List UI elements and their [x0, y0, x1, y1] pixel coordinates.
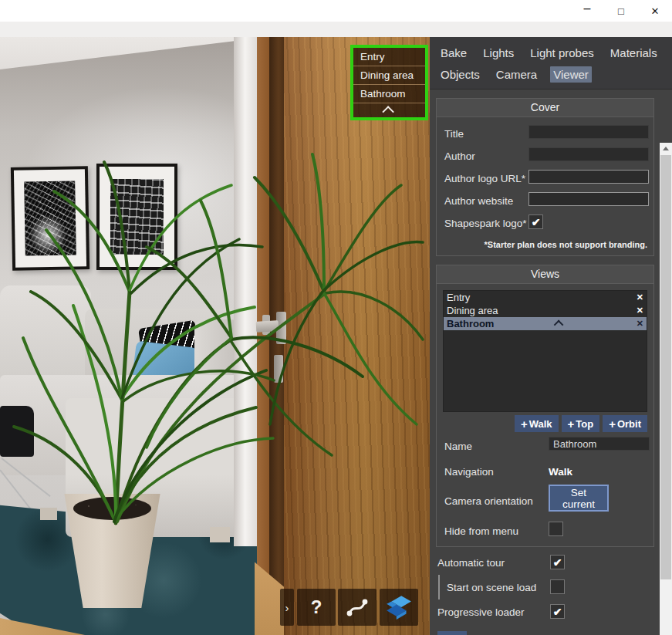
- cover-section-header: Cover: [437, 99, 653, 117]
- help-icon: ?: [311, 596, 322, 618]
- panel-scrollbar[interactable]: [660, 143, 672, 635]
- check-icon: ✔: [532, 216, 541, 228]
- title-label: Title: [444, 128, 464, 140]
- scene-views-menu: Entry Dining area Bathroom: [350, 45, 428, 120]
- tab-lights[interactable]: Lights: [480, 45, 517, 61]
- check-icon: ✔: [553, 606, 562, 618]
- toolbar-help-button[interactable]: ?: [297, 589, 336, 626]
- view-row-bathroom[interactable]: Bathroom ✕: [444, 317, 647, 330]
- scene-menu-item-bathroom[interactable]: Bathroom: [353, 85, 425, 103]
- plus-icon: +: [609, 417, 616, 431]
- menu-strip: [0, 22, 672, 38]
- add-top-label: Top: [576, 418, 593, 430]
- cover-section: Cover Title Author Author logo URL* Auth…: [436, 98, 654, 256]
- name-label: Name: [444, 441, 472, 452]
- shapespark-logo-checkbox[interactable]: ✔: [528, 214, 543, 229]
- scroll-up-arrow[interactable]: [660, 143, 672, 154]
- author-input[interactable]: [528, 147, 649, 161]
- progressive-loader-checkbox[interactable]: ✔: [550, 604, 565, 619]
- add-walk-view-button[interactable]: +Walk: [515, 415, 559, 432]
- tab-bake[interactable]: Bake: [437, 45, 470, 61]
- close-button[interactable]: ✕: [638, 0, 672, 22]
- panel-content: Cover Title Author Author logo URL* Auth…: [430, 90, 660, 635]
- toolbar-logo-button[interactable]: [380, 589, 418, 626]
- hide-from-menu-checkbox[interactable]: [549, 522, 563, 536]
- view-row-dining-area[interactable]: Dining area ✕: [444, 304, 647, 317]
- tab-materials[interactable]: Materials: [607, 45, 660, 61]
- tab-objects[interactable]: Objects: [437, 66, 483, 83]
- add-orbit-view-button[interactable]: +Orbit: [603, 415, 647, 432]
- shapespark-logo: [385, 593, 413, 621]
- remove-view-icon[interactable]: ✕: [637, 306, 643, 316]
- automatic-tour-row: Automatic tour ✔: [437, 555, 654, 572]
- toolbar-collapse-button[interactable]: ›: [280, 589, 294, 626]
- author-label: Author: [444, 150, 475, 162]
- start-on-scene-load-label: Start on scene load: [447, 582, 536, 593]
- author-website-input[interactable]: [528, 192, 649, 206]
- title-input[interactable]: [528, 125, 649, 139]
- automatic-tour-label: Automatic tour: [437, 557, 505, 569]
- start-on-scene-load-checkbox[interactable]: [550, 579, 565, 594]
- plus-icon: +: [521, 417, 528, 431]
- view-name-input[interactable]: [549, 437, 650, 451]
- view-row-label: Bathroom: [447, 318, 494, 329]
- progressive-loader-label: Progressive loader: [437, 606, 525, 618]
- check-icon: ✔: [553, 556, 562, 569]
- automatic-tour-checkbox[interactable]: ✔: [550, 555, 565, 569]
- camera-orientation-label: Camera orientation: [444, 495, 533, 507]
- author-logo-url-input[interactable]: [528, 170, 649, 184]
- chevron-up-icon: [382, 106, 394, 118]
- chevron-right-icon: ›: [285, 601, 289, 614]
- scene-menu-collapse[interactable]: [353, 103, 425, 117]
- views-section-header: Views: [437, 265, 653, 284]
- add-top-view-button[interactable]: +Top: [562, 415, 600, 432]
- remove-view-icon[interactable]: ✕: [637, 292, 643, 302]
- maximize-button[interactable]: □: [604, 0, 638, 22]
- scene-menu-item-entry[interactable]: Entry: [353, 48, 425, 66]
- tab-camera[interactable]: Camera: [493, 66, 540, 83]
- tab-bar: Bake Lights Light probes Materials Sky O…: [430, 37, 672, 90]
- scene-plant: [0, 37, 430, 635]
- hide-from-menu-label: Hide from menu: [444, 525, 518, 537]
- toolbar-tour-button[interactable]: [338, 589, 377, 626]
- author-website-label: Author website: [444, 195, 513, 207]
- remove-view-icon[interactable]: ✕: [637, 319, 643, 329]
- tab-viewer[interactable]: Viewer: [550, 66, 592, 83]
- title-bar: – □ ✕: [0, 0, 672, 22]
- scene-viewport[interactable]: Entry Dining area Bathroom › ?: [0, 37, 430, 635]
- editor-panel: Bake Lights Light probes Materials Sky O…: [430, 37, 672, 635]
- tour-path-icon: [345, 595, 370, 620]
- save-button[interactable]: Save: [437, 631, 467, 635]
- add-orbit-label: Orbit: [617, 418, 641, 430]
- author-logo-url-label: Author logo URL*: [444, 173, 525, 184]
- start-on-scene-load-row: Start on scene load: [437, 579, 654, 596]
- tab-light-probes[interactable]: Light probes: [527, 45, 597, 61]
- progressive-loader-row: Progressive loader ✔: [437, 604, 654, 621]
- views-section: Views Entry ✕ Dining area ✕ Bathroom ✕: [436, 265, 654, 547]
- branding-footnote: *Starter plan does not support branding.: [443, 240, 647, 249]
- view-row-label: Entry: [447, 292, 470, 303]
- navigation-label: Navigation: [444, 466, 494, 478]
- views-list: Entry ✕ Dining area ✕ Bathroom ✕: [443, 290, 647, 412]
- plus-icon: +: [568, 417, 575, 431]
- shapespark-logo-label: Shapespark logo*: [444, 218, 527, 229]
- navigation-value: Walk: [549, 466, 650, 478]
- scene-menu-item-dining-area[interactable]: Dining area: [353, 66, 425, 85]
- move-up-icon[interactable]: [554, 320, 564, 330]
- view-row-label: Dining area: [447, 305, 498, 316]
- add-walk-label: Walk: [529, 418, 552, 430]
- minimize-button[interactable]: –: [570, 0, 604, 22]
- scrollbar-thumb[interactable]: [660, 155, 671, 579]
- view-row-entry[interactable]: Entry ✕: [444, 291, 647, 304]
- set-current-button[interactable]: Set current: [549, 485, 609, 512]
